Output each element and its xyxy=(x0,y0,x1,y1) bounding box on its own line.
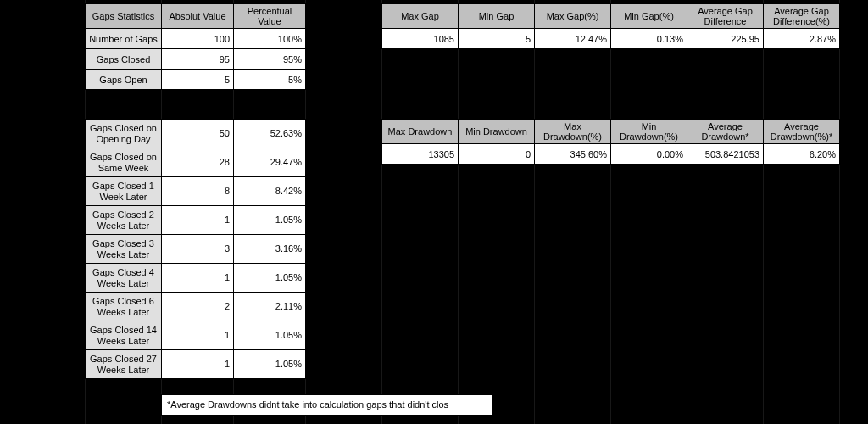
cell-pct: 5% xyxy=(234,70,306,90)
row-label: Gaps Closed 27 Weeks Later xyxy=(86,350,162,379)
gaps-statistics-summary: Gaps Statistics Absolut Value Percentual… xyxy=(85,3,306,90)
cell-pct: 3.16% xyxy=(234,235,306,264)
cell-min-gap: 5 xyxy=(459,29,535,49)
row-label: Gaps Closed 2 Weeks Later xyxy=(86,206,162,235)
gaps-closed-timing: Gaps Closed on Opening Day5052.63%Gaps C… xyxy=(85,119,306,379)
table-row: Gaps Closed9595% xyxy=(86,49,306,70)
cell-pct: 29.47% xyxy=(234,148,306,177)
table-row: Gaps Closed on Same Week2829.47% xyxy=(86,148,306,177)
col-min-gap: Min Gap xyxy=(459,4,535,29)
table-row: Gaps Closed 14 Weeks Later11.05% xyxy=(86,321,306,350)
cell-abs: 95 xyxy=(162,49,234,70)
col-absolut-value: Absolut Value xyxy=(162,4,234,29)
table-row: Gaps Closed 3 Weeks Later33.16% xyxy=(86,235,306,264)
cell-pct: 2.11% xyxy=(234,293,306,321)
row-label: Number of Gaps xyxy=(86,29,162,49)
cell-min-dd: 0 xyxy=(459,144,535,165)
cell-avg-gap-diff-pct: 2.87% xyxy=(764,29,840,49)
row-label: Gaps Closed on Same Week xyxy=(86,148,162,177)
row-label: Gaps Closed 6 Weeks Later xyxy=(86,293,162,321)
cell-abs: 28 xyxy=(162,148,234,177)
cell-min-dd-pct: 0.00% xyxy=(611,144,687,165)
footnote-row: *Average Drawdowns didnt take into calcu… xyxy=(161,394,492,416)
cell-abs: 1 xyxy=(162,350,234,379)
col-max-gap-pct: Max Gap(%) xyxy=(535,4,611,29)
col-min-dd-pct: Min Drawdown(%) xyxy=(611,120,687,144)
cell-abs: 3 xyxy=(162,235,234,264)
col-avg-gap-diff-pct: Average Gap Difference(%) xyxy=(764,4,840,29)
cell-max-gap: 1085 xyxy=(382,29,459,49)
table-row: Gaps Closed on Opening Day5052.63% xyxy=(86,120,306,148)
cell-abs: 5 xyxy=(162,70,234,90)
header-row: Max Gap Min Gap Max Gap(%) Min Gap(%) Av… xyxy=(382,4,840,29)
table-row: Gaps Closed 27 Weeks Later11.05% xyxy=(86,350,306,379)
cell-avg-dd: 503.8421053 xyxy=(687,144,764,165)
col-avg-gap-diff: Average Gap Difference xyxy=(687,4,764,29)
cell-abs: 50 xyxy=(162,120,234,148)
cell-pct: 8.42% xyxy=(234,177,306,206)
table-row: Gaps Closed 1 Week Later88.42% xyxy=(86,177,306,206)
gap-stats-extremes: Max Gap Min Gap Max Gap(%) Min Gap(%) Av… xyxy=(381,3,840,49)
row-label: Gaps Closed 1 Week Later xyxy=(86,177,162,206)
cell-abs: 1 xyxy=(162,321,234,350)
data-row: 13305 0 345.60% 0.00% 503.8421053 6.20% xyxy=(382,144,840,165)
col-avg-dd: Average Drawdown* xyxy=(687,120,764,144)
cell-avg-dd-pct: 6.20% xyxy=(764,144,840,165)
cell-pct: 1.05% xyxy=(234,206,306,235)
footnote-cell: *Average Drawdowns didnt take into calcu… xyxy=(162,395,492,416)
cell-max-dd-pct: 345.60% xyxy=(535,144,611,165)
row-label: Gaps Closed xyxy=(86,49,162,70)
cell-abs: 1 xyxy=(162,206,234,235)
header-row: Gaps Statistics Absolut Value Percentual… xyxy=(86,4,306,29)
row-label: Gaps Closed 4 Weeks Later xyxy=(86,264,162,293)
row-label: Gaps Closed 14 Weeks Later xyxy=(86,321,162,350)
row-label: Gaps Closed on Opening Day xyxy=(86,120,162,148)
cell-avg-gap-diff: 225,95 xyxy=(687,29,764,49)
drawdown-stats: Max Drawdown Min Drawdown Max Drawdown(%… xyxy=(381,119,840,165)
col-min-gap-pct: Min Gap(%) xyxy=(611,4,687,29)
cell-pct: 100% xyxy=(234,29,306,49)
col-min-dd: Min Drawdown xyxy=(459,120,535,144)
col-avg-dd-pct: Average Drawdown(%)* xyxy=(764,120,840,144)
cell-max-gap-pct: 12.47% xyxy=(535,29,611,49)
row-label: Gaps Closed 3 Weeks Later xyxy=(86,235,162,264)
row-label: Gaps Open xyxy=(86,70,162,90)
table-row: Gaps Closed 6 Weeks Later22.11% xyxy=(86,293,306,321)
table-row: Gaps Closed 4 Weeks Later11.05% xyxy=(86,264,306,293)
cell-pct: 1.05% xyxy=(234,350,306,379)
cell-abs: 1 xyxy=(162,264,234,293)
cell-max-dd: 13305 xyxy=(382,144,459,165)
data-row: 1085 5 12.47% 0.13% 225,95 2.87% xyxy=(382,29,840,49)
cell-abs: 8 xyxy=(162,177,234,206)
col-max-gap: Max Gap xyxy=(382,4,459,29)
table-row: Number of Gaps100100% xyxy=(86,29,306,49)
table-row: Gaps Open55% xyxy=(86,70,306,90)
col-percentual-value: Percentual Value xyxy=(234,4,306,29)
cell-pct: 1.05% xyxy=(234,321,306,350)
table-row: Gaps Closed 2 Weeks Later11.05% xyxy=(86,206,306,235)
col-max-dd: Max Drawdown xyxy=(382,120,459,144)
cell-min-gap-pct: 0.13% xyxy=(611,29,687,49)
cell-pct: 52.63% xyxy=(234,120,306,148)
col-max-dd-pct: Max Drawdown(%) xyxy=(535,120,611,144)
header-row: Max Drawdown Min Drawdown Max Drawdown(%… xyxy=(382,120,840,144)
cell-abs: 100 xyxy=(162,29,234,49)
col-gaps-statistics: Gaps Statistics xyxy=(86,4,162,29)
cell-pct: 1.05% xyxy=(234,264,306,293)
cell-pct: 95% xyxy=(234,49,306,70)
cell-abs: 2 xyxy=(162,293,234,321)
